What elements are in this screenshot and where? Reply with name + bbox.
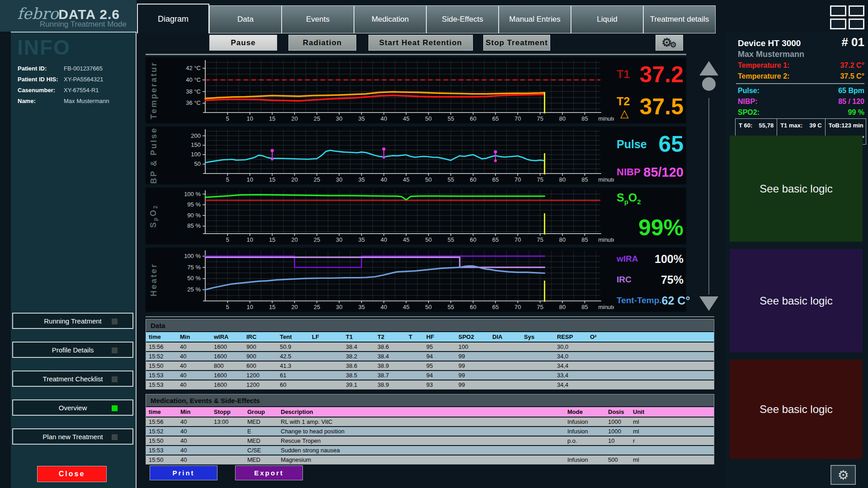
table-cell: 15:50 [146,362,177,369]
svg-text:60: 60 [470,115,476,122]
stat-t-60: T 60:55,78 [736,119,777,131]
scroll-down-icon[interactable] [699,296,718,311]
svg-text:10: 10 [247,236,253,243]
vital-label: Temperature 2: [738,72,789,80]
svg-text:100 %: 100 % [184,191,201,197]
table-cell: 15:56 [146,343,177,350]
logic-panel-3: See basic logic [730,360,863,459]
table-cell: 99 [456,353,490,360]
svg-text:minutes: minutes [598,115,614,122]
tab-manual-entries[interactable]: Manual Entries [499,5,571,33]
table-cell: C/SE [245,447,278,454]
settings-gear-button[interactable]: ⚙ [830,465,856,485]
table-cell: 15:53 [146,372,177,379]
scroll-track[interactable] [708,98,709,295]
table-cell: 40 [177,353,211,360]
table-cell: 38.9 [375,362,406,369]
tab-events[interactable]: Events [282,5,354,33]
column-header-resp: RESP [554,333,587,340]
pause-button[interactable]: Pause [209,35,277,51]
scroll-up-icon[interactable] [699,61,718,75]
sidebar-item-profile-details[interactable]: Profile Details [12,342,133,358]
sidebar-item-treatment-checklist[interactable]: Treatment Checklist [12,371,133,387]
start-heat-retention-button[interactable]: Start Heat Retention [368,35,473,51]
table-cell: 900 [244,343,277,350]
readout-value-irc: 75% [661,273,684,286]
table-cell: Magnesium [278,456,565,463]
mode-subtitle: Running Treatment Mode [40,20,127,29]
stat-value: 123 min [841,122,863,129]
patient-label: Casenumber: [18,87,64,94]
svg-text:40: 40 [381,176,387,183]
table-cell: 500 [605,456,630,463]
vital-value: 37.2 C° [840,61,864,70]
sidebar-item-label: Running Treatment [44,317,102,325]
vital-value: 85 / 120 [838,98,864,106]
svg-text:40 °C: 40 °C [186,76,201,83]
table-row: 15:5040MEDRescue Tropenp.o.10r [146,436,714,445]
svg-text:minutes: minutes [598,176,614,183]
patient-label: Patient ID: [18,65,64,72]
tab-treatment-details[interactable]: Treatment details [643,5,716,33]
readout-value-pulse: 65 [658,131,684,157]
patient-label: Patient ID HIS: [18,76,64,83]
vital-value: 65 Bpm [838,87,864,95]
table-row: 15:5040MEDMagnesiumInfusion500ml [146,455,714,464]
sidebar-buttons: Running TreatmentProfile DetailsTreatmen… [12,313,133,457]
export-button[interactable]: Export [235,465,303,480]
table-cell: 61 [277,372,309,379]
table-cell: Infusion [565,428,605,435]
svg-text:35: 35 [358,304,364,310]
svg-text:5: 5 [226,304,229,310]
table-cell: 95 [424,343,456,350]
svg-text:45: 45 [403,176,409,183]
table-cell: 38.4 [343,343,375,350]
table-cell: 38.2 [343,353,375,360]
column-header-min: Min [177,333,211,340]
table-cell: 15:52 [146,428,178,435]
sidebar: INFO Patient ID:FB-001237665Patient ID H… [11,32,137,488]
print-button[interactable]: Print [150,465,217,480]
readout-value-t1: 37.2 [640,61,684,88]
chart-temperature: Temperatur42 °C40 °C38 °C36 °C5101520253… [146,57,686,123]
readout-label-t2: T2△ [617,95,630,118]
svg-text:75: 75 [537,115,543,122]
chart-heater: Heater100 %75 %50 %25 %51015202530354045… [146,248,686,312]
svg-text:55: 55 [448,304,454,310]
window-pane [849,19,865,29]
close-button[interactable]: Close [37,466,107,482]
radiation-button[interactable]: Radiation [288,35,356,51]
tab-liquid[interactable]: Liquid [571,5,643,33]
sidebar-item-plan-new-treatment[interactable]: Plan new Treatment [12,428,133,445]
settings-button[interactable]: ⚙⚙ [656,35,683,51]
readout-t1: T137.2 [617,61,684,88]
table-cell: 40 [177,372,211,379]
header-logo-area: febroDATA 2.6 Running Treatment Mode [0,0,137,32]
scroll-thumb[interactable] [702,77,716,91]
tab-side-effects[interactable]: Side-Effects [426,5,499,33]
table-cell: 38.6 [343,362,375,369]
svg-text:75: 75 [537,176,543,183]
vital-label: Temperature 1: [738,61,789,70]
tab-data[interactable]: Data [209,5,282,33]
column-header-t2: T2 [375,333,406,340]
table-cell: MED [245,456,278,463]
svg-text:85: 85 [581,115,588,122]
window-layout-icon[interactable] [830,5,864,29]
sidebar-item-running-treatment[interactable]: Running Treatment [12,313,133,329]
tab-medication[interactable]: Medication [354,5,426,33]
column-header-wira: wIRA [211,333,244,340]
sidebar-item-overview[interactable]: Overview [12,399,133,416]
table-row: 15:5240EChange to head positionInfusion1… [146,427,714,436]
readout-irc: IRC75% [617,273,684,286]
table-cell: 60 [277,381,309,388]
table-cell: 50.9 [277,343,309,350]
svg-text:50: 50 [194,160,201,167]
table-cell: 1600 [211,353,244,360]
separator [146,316,714,317]
svg-text:30: 30 [336,115,342,122]
chart-plot-temperature: 42 °C40 °C38 °C36 °C51015202530354045505… [162,57,614,123]
tab-diagram[interactable]: Diagram [137,4,209,33]
svg-text:65: 65 [492,304,499,310]
stop-treatment-button[interactable]: Stop Treatment [483,35,550,51]
